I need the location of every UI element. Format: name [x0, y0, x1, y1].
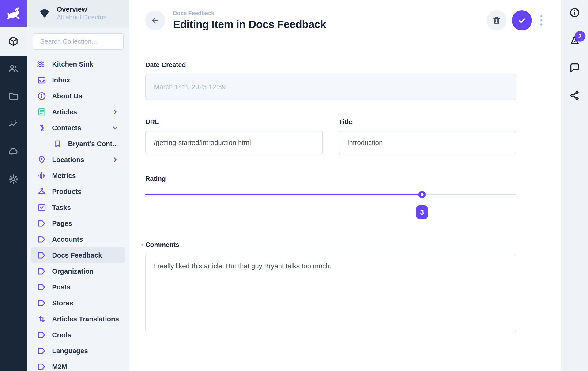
module-content[interactable]: [0, 27, 27, 56]
slider-fill: [145, 194, 422, 195]
title-label: Title: [339, 118, 516, 126]
module-bar: [0, 0, 27, 371]
slider-track[interactable]: [145, 194, 516, 195]
sidebar-item-articles[interactable]: Articles: [31, 104, 125, 120]
equalizer-icon: [37, 171, 46, 180]
sidebar-item-label: Tasks: [52, 204, 71, 211]
field-date-created: Date Created: [145, 61, 516, 100]
sidebar-item-stores[interactable]: Stores: [31, 295, 125, 311]
sidebar-item-label: Languages: [52, 347, 88, 355]
info-button[interactable]: [569, 7, 580, 18]
bookmark-icon: [53, 139, 62, 149]
label-icon: [37, 330, 46, 340]
sidebar-item-pages[interactable]: Pages: [31, 215, 125, 231]
url-label: URL: [145, 118, 323, 126]
module-cloud[interactable]: [8, 146, 19, 157]
more-options-button[interactable]: [538, 10, 544, 30]
comments-button[interactable]: [569, 62, 580, 74]
task-check-icon: [37, 203, 46, 212]
person-waving-icon: [37, 123, 46, 132]
search-collection-input[interactable]: [32, 33, 124, 50]
header-actions: [486, 10, 544, 30]
chevron-right-icon[interactable]: [111, 108, 119, 116]
title-block: Docs Feedback Editing Item in Docs Feedb…: [173, 10, 326, 31]
sidebar-item-accounts[interactable]: Accounts: [31, 231, 125, 247]
module-bar-dark: [0, 56, 27, 371]
label-icon: [37, 251, 46, 260]
page-header: Docs Feedback Editing Item in Docs Feedb…: [129, 0, 561, 31]
rating-value-badge: 3: [416, 205, 428, 219]
main-content: Docs Feedback Editing Item in Docs Feedb…: [129, 0, 561, 371]
delete-button[interactable]: [486, 10, 507, 30]
sidebar-item-label: About Us: [52, 92, 82, 100]
info-icon: [37, 91, 46, 101]
label-icon: [37, 298, 46, 308]
url-title-row: URL Title: [145, 118, 516, 154]
sidebar-item-label: Creds: [52, 331, 71, 339]
arrow-left-icon: [150, 16, 160, 25]
title-input[interactable]: [339, 131, 516, 154]
inbox-icon: [37, 75, 46, 85]
sidebar-item-kitchen-sink[interactable]: Kitchen Sink: [31, 56, 125, 72]
hanger-icon: [37, 187, 46, 196]
sidebar-item-creds[interactable]: Creds: [31, 327, 125, 343]
date-created-input[interactable]: [145, 74, 516, 100]
date-created-label: Date Created: [145, 61, 516, 69]
cloud-icon: [8, 146, 19, 157]
collections-list: Kitchen Sink Inbox About Us Articles Con…: [27, 56, 129, 371]
sidebar-item-posts[interactable]: Posts: [31, 279, 125, 295]
module-settings[interactable]: [8, 174, 19, 185]
comments-textarea[interactable]: I really liked this article. But that gu…: [145, 254, 516, 332]
sidebar-item-label: M2M: [52, 363, 67, 371]
edited-indicator-dot: [141, 244, 144, 246]
slider-handle[interactable]: [419, 191, 426, 198]
sidebar-item-products[interactable]: Products: [31, 184, 125, 200]
users-icon: [8, 63, 19, 74]
sidebar-item-m2m[interactable]: M2M: [31, 359, 125, 371]
label-icon: [37, 362, 46, 371]
sidebar-item-locations[interactable]: Locations: [31, 152, 125, 168]
share-button[interactable]: [569, 90, 580, 101]
sidebar-item-docs-feedback[interactable]: Docs Feedback: [31, 247, 125, 263]
sidebar-item-label: Posts: [52, 283, 71, 291]
search-wrap: [27, 27, 129, 50]
field-comments: Comments I really liked this article. Bu…: [145, 241, 516, 333]
save-button[interactable]: [512, 10, 532, 30]
back-button[interactable]: [145, 10, 165, 30]
module-users[interactable]: [8, 63, 19, 74]
sidebar-item-contacts[interactable]: Contacts: [31, 120, 125, 136]
notifications-button[interactable]: 2: [569, 35, 580, 46]
directus-app: Overview All about Directus Kitchen Sink…: [0, 0, 588, 371]
sidebar-item-languages[interactable]: Languages: [31, 343, 125, 359]
sidebar-item-articles-translations[interactable]: Articles Translations: [31, 311, 125, 327]
sidebar-item-label: Pages: [52, 220, 72, 227]
sidebar-item-tasks[interactable]: Tasks: [31, 200, 125, 215]
url-input[interactable]: [145, 131, 323, 154]
sidebar-item-bryants-contacts[interactable]: Bryant's Cont...: [31, 136, 125, 152]
label-icon: [37, 267, 46, 276]
label-icon: [37, 235, 46, 244]
sidebar-item-label: Accounts: [52, 236, 83, 243]
module-files[interactable]: [8, 91, 19, 102]
sidebar-item-label: Articles Translations: [52, 315, 119, 323]
sidebar-item-organization[interactable]: Organization: [31, 263, 125, 279]
info-icon: [569, 7, 580, 18]
dots-vertical-icon: [540, 13, 543, 28]
sidebar-item-label: Bryant's Cont...: [68, 140, 118, 148]
project-header[interactable]: Overview All about Directus: [27, 0, 129, 27]
chevron-down-icon[interactable]: [111, 124, 119, 132]
label-icon: [37, 282, 46, 292]
directus-logo[interactable]: [0, 0, 27, 27]
sidebar-item-metrics[interactable]: Metrics: [31, 168, 125, 184]
sidebar-item-label: Metrics: [52, 172, 76, 180]
module-insights[interactable]: [8, 119, 19, 129]
rabbit-logo-icon: [5, 5, 22, 22]
sidebar-item-inbox[interactable]: Inbox: [31, 72, 125, 88]
chevron-right-icon[interactable]: [111, 156, 119, 164]
breadcrumb[interactable]: Docs Feedback: [173, 10, 326, 16]
project-titles: Overview All about Directus: [57, 5, 106, 21]
sidebar-item-label: Stores: [52, 299, 73, 307]
sidebar-item-about-us[interactable]: About Us: [31, 88, 125, 104]
sidebar-item-label: Products: [52, 188, 82, 196]
field-title: Title: [339, 118, 516, 154]
